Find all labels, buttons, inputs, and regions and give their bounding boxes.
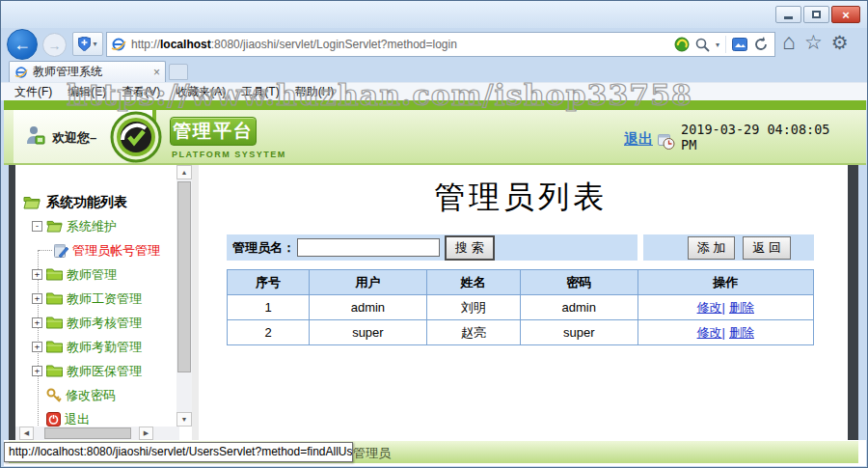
menu-help[interactable]: 帮助(H)	[287, 84, 342, 100]
sidebar-item-assessment-management[interactable]: + 教师考核管理	[15, 311, 175, 335]
page-title: 管理员列表	[199, 177, 843, 219]
search-form: 管理员名： 搜 索	[227, 234, 637, 261]
sidebar-item-label[interactable]: 教师医保管理	[67, 363, 142, 380]
expand-icon[interactable]: +	[32, 366, 42, 376]
sidebar-item-attendance-management[interactable]: + 教师考勤管理	[15, 335, 175, 359]
minimize-icon	[784, 16, 793, 19]
compatibility-icon[interactable]	[674, 37, 690, 52]
scroll-left-button[interactable]: ◀	[19, 427, 34, 440]
sidebar-item-medical-management[interactable]: + 教师医保管理	[15, 359, 175, 383]
sidebar-horizontal-scrollbar[interactable]: ◀ ▶	[15, 427, 179, 440]
left-frame-strip	[9, 165, 15, 440]
right-border	[858, 165, 866, 440]
col-name: 姓名	[426, 270, 520, 295]
sidebar-item-label[interactable]: 修改密码	[66, 387, 116, 404]
separator: |	[722, 325, 725, 340]
sidebar-item-salary-management[interactable]: + 教师工资管理	[15, 287, 175, 311]
col-no: 序号	[228, 270, 310, 295]
add-button[interactable]: 添 加	[688, 236, 736, 260]
search-label: 管理员名：	[232, 239, 295, 257]
favorites-star-icon[interactable]: ☆	[804, 32, 823, 52]
admin-name-input[interactable]	[297, 238, 440, 257]
tab-close-icon[interactable]: ×	[153, 66, 160, 79]
gear-icon[interactable]: ⚙	[831, 33, 849, 52]
page-preview-icon[interactable]	[732, 38, 747, 51]
edit-link[interactable]: 修改	[697, 300, 722, 315]
cell-no: 1	[228, 295, 310, 320]
cell-user: admin	[310, 295, 427, 320]
maximize-button[interactable]	[803, 6, 829, 23]
scroll-right-button[interactable]: ▶	[139, 427, 153, 440]
forward-button[interactable]: →	[42, 33, 67, 57]
close-button[interactable]: ×	[831, 6, 860, 23]
refresh-icon[interactable]	[753, 37, 769, 52]
title-bar[interactable]: ×	[1, 1, 867, 28]
tab-bar: 教师管理系统 ×	[1, 61, 867, 82]
sidebar-item-system-maintenance[interactable]: - 系统维护	[15, 214, 175, 238]
back-button[interactable]: 返 回	[743, 236, 791, 260]
delete-link[interactable]: 删除	[729, 300, 754, 315]
caret-down-icon: ▾	[93, 40, 96, 48]
sidebar-title: 系统功能列表	[46, 194, 127, 211]
tab-teacher-system[interactable]: 教师管理系统 ×	[9, 61, 166, 82]
scroll-down-button[interactable]: ▼	[176, 412, 192, 427]
navigation-bar: ← → ▾ http://localhost:8080/jiaoshi/serv…	[1, 28, 867, 61]
table-header-row: 序号 用户 姓名 密码 操作	[228, 270, 814, 295]
sidebar-vertical-scrollbar[interactable]: ▲ ▼	[176, 165, 192, 427]
edit-note-icon	[54, 243, 68, 258]
delete-link[interactable]: 删除	[729, 325, 754, 340]
collapse-icon[interactable]: -	[32, 221, 42, 232]
search-button[interactable]: 搜 索	[445, 235, 495, 261]
sidebar-item-teacher-management[interactable]: + 教师管理	[15, 262, 175, 287]
menu-edit[interactable]: 编辑(E)	[60, 84, 114, 100]
menu-bar: 文件(F) 编辑(E) 查看(V) 收藏夹(A) 工具(T) 帮助(H)	[1, 82, 867, 100]
expand-icon[interactable]: +	[32, 293, 42, 304]
expand-icon[interactable]: +	[32, 342, 42, 352]
menu-view[interactable]: 查看(V)	[114, 84, 168, 100]
sidebar-item-label[interactable]: 教师管理	[67, 266, 117, 284]
person-icon	[25, 124, 46, 146]
address-bar[interactable]: http://localhost:8080/jiaoshi/servlet/Lo…	[106, 32, 775, 57]
footer-status-text: 管理员	[353, 445, 391, 462]
back-button[interactable]: ←	[7, 29, 38, 60]
ie-icon	[111, 37, 126, 52]
minimize-button[interactable]	[775, 6, 801, 23]
datetime-display: 2019-03-29 04:08:05 PM	[681, 122, 854, 152]
header-green-strip	[4, 100, 866, 110]
forward-icon: →	[48, 38, 62, 53]
command-icons: ⌂ ☆ ⚙	[782, 31, 849, 53]
expand-icon[interactable]: +	[32, 317, 42, 328]
sidebar-item-label[interactable]: 退出	[65, 411, 90, 428]
scrollbar-thumb[interactable]	[44, 427, 131, 439]
sidebar-item-label[interactable]: 教师考核管理	[67, 315, 142, 332]
folder-open-icon	[46, 220, 63, 233]
expand-icon[interactable]: +	[32, 269, 42, 280]
sidebar-item-label[interactable]: 系统维护	[67, 218, 117, 235]
tree-stub	[39, 250, 52, 251]
search-icon[interactable]	[695, 38, 710, 52]
col-user: 用户	[310, 270, 427, 295]
logout-link[interactable]: 退出	[624, 130, 653, 149]
url-text[interactable]: http://localhost:8080/jiaoshi/servlet/Lo…	[131, 38, 674, 51]
cell-actions: 修改|删除	[637, 295, 813, 320]
sidebar-item-label[interactable]: 教师工资管理	[67, 290, 142, 308]
scroll-right-icon: ▶	[144, 429, 149, 437]
search-caret-icon[interactable]: ▾	[716, 41, 719, 49]
sidebar-item-label[interactable]: 教师考勤管理	[67, 339, 142, 356]
scroll-up-button[interactable]: ▲	[176, 165, 192, 179]
folder-closed-icon	[46, 317, 63, 329]
tab-title: 教师管理系统	[33, 64, 149, 80]
sidebar-item-label-selected[interactable]: 管理员帐号管理	[72, 242, 160, 260]
new-tab-button[interactable]	[169, 64, 188, 80]
edit-link[interactable]: 修改	[697, 325, 722, 340]
system-function-tree: 系统功能列表 - 系统维护	[15, 190, 175, 431]
menu-favorites[interactable]: 收藏夹(A)	[168, 84, 233, 100]
menu-tools[interactable]: 工具(T)	[233, 84, 286, 100]
cell-name: 刘明	[426, 295, 520, 320]
sidebar-item-admin-accounts[interactable]: 管理员帐号管理	[15, 238, 175, 262]
menu-file[interactable]: 文件(F)	[7, 84, 60, 100]
scrollbar-thumb[interactable]	[177, 181, 191, 372]
home-icon[interactable]: ⌂	[782, 31, 796, 53]
smartscreen-button[interactable]: ▾	[72, 32, 103, 56]
sidebar-item-change-password[interactable]: 修改密码	[15, 383, 175, 407]
